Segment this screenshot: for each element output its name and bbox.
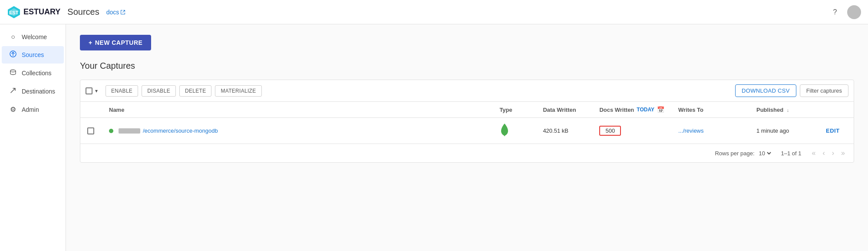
rows-per-page-label: Rows per page: <box>715 150 754 157</box>
mongodb-icon <box>499 123 510 137</box>
avatar[interactable] <box>847 5 861 19</box>
table-row: /ecommerce/source-mongodb 420.51 kB <box>80 118 854 144</box>
captures-table: Name Type Data Written Docs Written TODA… <box>80 102 854 144</box>
th-checkbox <box>80 102 102 118</box>
welcome-icon: ○ <box>9 33 17 41</box>
first-page-button[interactable]: « <box>810 148 818 158</box>
th-type: Type <box>492 102 536 118</box>
header-left: EST ESTUARY Sources docs <box>7 5 125 19</box>
page-title: Your Captures <box>80 61 854 71</box>
sidebar: ○ Welcome Sources Collections Destinatio… <box>0 24 66 251</box>
logo-icon: EST <box>7 5 21 19</box>
external-link-icon <box>120 10 125 15</box>
help-button[interactable]: ? <box>828 5 842 19</box>
help-icon: ? <box>833 8 837 16</box>
sidebar-label-destinations: Destinations <box>22 88 55 95</box>
docs-written-value: 500 <box>599 126 621 136</box>
destinations-icon <box>9 87 17 96</box>
app-header: EST ESTUARY Sources docs ? <box>0 0 868 24</box>
materialize-button[interactable]: MATERIALIZE <box>215 85 261 97</box>
row-docs-written-cell: 500 <box>592 118 671 144</box>
name-prefix-blur <box>119 128 140 134</box>
table-header-row: Name Type Data Written Docs Written TODA… <box>80 102 854 118</box>
select-all-area: ▾ <box>86 87 99 95</box>
row-checkbox-cell <box>80 118 102 144</box>
published-value: 1 minute ago <box>756 127 789 134</box>
disable-button[interactable]: DISABLE <box>142 85 176 97</box>
new-capture-label: NEW CAPTURE <box>95 39 143 46</box>
new-capture-icon: + <box>89 39 92 46</box>
header-right: ? <box>828 5 861 19</box>
page-info: 1–1 of 1 <box>781 150 802 157</box>
download-csv-button[interactable]: DOWNLOAD CSV <box>735 84 796 97</box>
sidebar-item-welcome[interactable]: ○ Welcome <box>2 29 64 45</box>
logo[interactable]: EST ESTUARY <box>7 5 60 19</box>
table-body: /ecommerce/source-mongodb 420.51 kB <box>80 118 854 144</box>
main-content: + NEW CAPTURE Your Captures ▾ ENABLE DIS… <box>66 24 868 251</box>
delete-button[interactable]: DELETE <box>179 85 211 97</box>
sources-icon <box>9 50 17 59</box>
enable-button[interactable]: ENABLE <box>106 85 138 97</box>
th-writes-to: Writes To <box>671 102 749 118</box>
table-toolbar: ▾ ENABLE DISABLE DELETE MATERIALIZE DOWN… <box>80 80 854 102</box>
row-name-cell: /ecommerce/source-mongodb <box>102 118 492 144</box>
today-badge[interactable]: TODAY <box>637 107 654 113</box>
calendar-icon[interactable]: 📅 <box>657 106 664 113</box>
row-writes-to-cell: .../reviews <box>671 118 749 144</box>
data-written-value: 420.51 kB <box>543 127 568 134</box>
sidebar-label-collections: Collections <box>22 70 51 77</box>
rows-per-page: Rows per page: 10 25 50 <box>715 150 772 157</box>
collections-icon <box>9 69 17 77</box>
sort-icon[interactable]: ↓ <box>787 107 789 113</box>
row-type-cell <box>492 118 536 144</box>
last-page-button[interactable]: » <box>839 148 847 158</box>
rows-per-page-select[interactable]: 10 25 50 <box>757 150 772 157</box>
th-data-written: Data Written <box>536 102 592 118</box>
row-published-cell: 1 minute ago <box>749 118 819 144</box>
logo-text: ESTUARY <box>23 7 60 17</box>
th-docs-written: Docs Written TODAY 📅 <box>592 102 671 118</box>
filter-captures-button[interactable]: Filter captures <box>800 84 848 97</box>
row-checkbox[interactable] <box>87 127 94 134</box>
sidebar-item-admin[interactable]: ⚙ Admin <box>2 101 64 118</box>
th-action <box>819 102 854 118</box>
select-all-checkbox[interactable] <box>86 87 92 94</box>
captures-table-area: ▾ ENABLE DISABLE DELETE MATERIALIZE DOWN… <box>80 80 854 163</box>
status-dot <box>109 129 113 133</box>
new-capture-button[interactable]: + NEW CAPTURE <box>80 35 151 50</box>
admin-icon: ⚙ <box>9 105 17 114</box>
app-layout: ○ Welcome Sources Collections Destinatio… <box>0 24 868 251</box>
svg-point-4 <box>10 70 16 72</box>
docs-link[interactable]: docs <box>106 9 126 16</box>
row-data-written-cell: 420.51 kB <box>536 118 592 144</box>
sidebar-item-sources[interactable]: Sources <box>2 46 64 64</box>
select-dropdown-button[interactable]: ▾ <box>94 87 99 95</box>
prev-page-button[interactable]: ‹ <box>821 148 826 158</box>
pagination: Rows per page: 10 25 50 1–1 of 1 « ‹ › » <box>80 144 854 162</box>
next-page-button[interactable]: › <box>830 148 836 158</box>
sidebar-item-destinations[interactable]: Destinations <box>2 83 64 100</box>
svg-text:EST: EST <box>9 10 19 15</box>
th-name: Name <box>102 102 492 118</box>
edit-button[interactable]: EDIT <box>826 127 840 134</box>
sidebar-label-admin: Admin <box>22 106 39 113</box>
sidebar-item-collections[interactable]: Collections <box>2 64 64 82</box>
row-action-cell: EDIT <box>819 118 854 144</box>
th-published: Published ↓ <box>749 102 819 118</box>
header-title: Sources <box>67 7 99 17</box>
capture-name-link[interactable]: /ecommerce/source-mongodb <box>143 127 218 134</box>
writes-to-link[interactable]: .../reviews <box>678 127 704 134</box>
sidebar-label-welcome: Welcome <box>22 33 47 40</box>
sidebar-label-sources: Sources <box>22 51 44 58</box>
